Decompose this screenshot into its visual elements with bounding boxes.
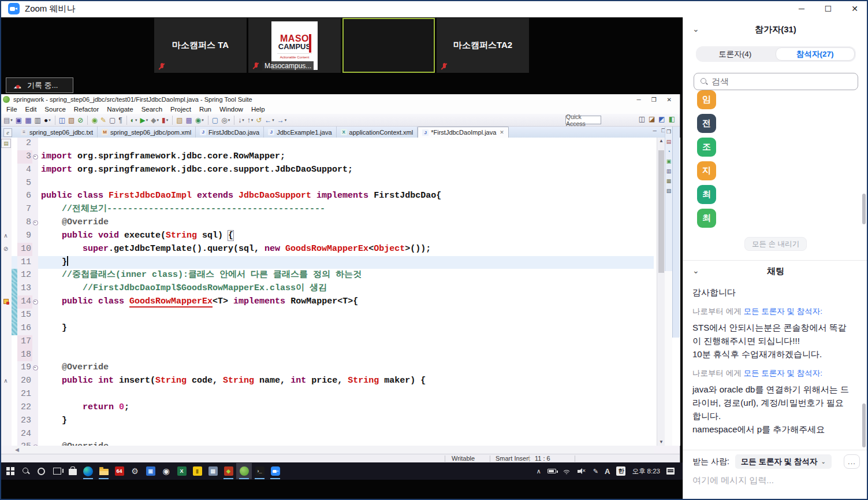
video-tile-3[interactable] [342, 18, 435, 73]
tab-panelists[interactable]: 토론자(4) [696, 46, 774, 62]
fold-marker[interactable] [32, 361, 38, 375]
line-number[interactable]: 13 [17, 282, 32, 295]
scroll-up-icon[interactable]: ▲ [657, 138, 665, 145]
line-number[interactable]: 7 [17, 203, 32, 216]
taskbar-power-bi-icon[interactable]: ▮ [189, 463, 205, 479]
editor-tab-2[interactable]: Mspring_step06_jdbc/pom.xml [98, 127, 196, 138]
gutter-marks[interactable] [0, 203, 12, 216]
editor-tab-6[interactable]: J*FirstJdbcDaoImpl.java✕ [418, 127, 509, 138]
spring-dashboard-icon[interactable]: ◉ [90, 115, 98, 125]
gutter-marks[interactable] [0, 309, 12, 322]
word-wrap-icon[interactable]: ¶ [117, 115, 123, 125]
new-package-icon[interactable]: ▩ [184, 115, 193, 125]
video-tile-4[interactable]: 마소캠퍼스TA2 [437, 18, 529, 73]
taskbar-sql-developer-icon[interactable]: ◆ [221, 463, 236, 479]
taskbar-terminal-icon[interactable]: ›_ [252, 463, 267, 479]
recipient-link[interactable]: 모든 토론자 및 참석자: [744, 369, 823, 377]
tray-chevron-icon[interactable]: ∧ [537, 468, 541, 475]
taskbar-photos-icon[interactable]: ▣ [143, 463, 158, 479]
gutter-marks[interactable] [0, 190, 12, 203]
gutter-marks[interactable] [0, 177, 12, 190]
menu-run[interactable]: Run [195, 106, 215, 113]
participant-avatar-4[interactable]: 지 [697, 161, 716, 180]
editor-tab-1[interactable]: ≡spring_step06_jdbc.txt [17, 127, 98, 138]
line-number[interactable]: 6 [17, 190, 32, 203]
menu-window[interactable]: Window [215, 106, 247, 113]
last-edit-location-icon[interactable]: ↺ [255, 115, 263, 125]
line-number[interactable]: 10 [17, 243, 32, 256]
mark-occurrences-icon[interactable]: ✎ [99, 115, 107, 125]
save-icon[interactable]: ▣ [14, 115, 23, 125]
lower-all-hands-button[interactable]: 모든 손 내리기 [744, 237, 807, 251]
back-icon[interactable]: ←▾ [263, 115, 275, 125]
line-number[interactable]: 12 [17, 269, 32, 282]
gutter-marks[interactable] [0, 269, 12, 282]
properties-view-icon[interactable]: ▧ [666, 188, 672, 194]
taskbar-task-view-icon[interactable] [49, 463, 65, 479]
menu-search[interactable]: Search [137, 106, 166, 113]
menu-source[interactable]: Source [40, 106, 69, 113]
package-explorer-trim-icon[interactable]: ▤ [1, 139, 11, 148]
menu-help[interactable]: Help [247, 106, 269, 113]
gutter-marks[interactable] [0, 322, 12, 335]
restore-view-icon[interactable]: ❐ [666, 129, 671, 135]
scrollbar-thumb[interactable] [658, 150, 664, 273]
participants-search-input[interactable]: 검색 [694, 73, 858, 90]
gutter-marks[interactable] [0, 295, 12, 309]
editor-tab-4[interactable]: JJdbcExample1.java [264, 127, 336, 138]
gutter-marks[interactable]: ⊘ [0, 243, 12, 256]
ime-korean-indicator[interactable]: 한 [616, 466, 625, 476]
line-number[interactable]: 11 [17, 256, 32, 269]
gutter-marks[interactable]: ∧ [0, 375, 12, 388]
menu-refactor[interactable]: Refactor [70, 106, 103, 113]
code-editor[interactable]: 23import org.springframework.jdbc.core.R… [0, 138, 680, 446]
chat-scrollbar-thumb[interactable] [862, 403, 866, 447]
line-number[interactable]: 21 [17, 388, 32, 401]
participant-avatar-2[interactable]: 전 [697, 114, 716, 133]
pen-icon[interactable]: ✎ [593, 468, 598, 475]
servers-view-icon[interactable]: ▥ [666, 168, 672, 174]
line-number[interactable]: 2 [17, 138, 32, 150]
quick-access-box[interactable]: Quick Access [565, 116, 601, 124]
line-number[interactable]: 15 [17, 309, 32, 322]
line-number[interactable]: 20 [17, 375, 32, 388]
editor-horizontal-scrollbar[interactable]: ◀ [13, 446, 654, 454]
sts-minimize-button[interactable]: ─ [637, 97, 641, 103]
line-number[interactable]: 23 [17, 414, 32, 428]
participant-avatar-5[interactable]: 최 [697, 185, 716, 204]
line-number[interactable]: 9 [17, 229, 32, 243]
clock[interactable]: 오후 8:23 [632, 467, 660, 476]
new-wizard-icon[interactable]: ▤▾ [2, 115, 14, 125]
gutter-marks[interactable] [0, 216, 12, 229]
line-number[interactable]: 3 [17, 150, 32, 164]
fold-marker[interactable] [32, 216, 38, 229]
menu-file[interactable]: File [2, 106, 21, 113]
menu-edit[interactable]: Edit [21, 106, 41, 113]
menu-navigate[interactable]: Navigate [103, 106, 137, 113]
line-number[interactable]: 8 [17, 216, 32, 229]
chat-message-input[interactable]: 여기에 메시지 입력... [692, 475, 774, 486]
line-number[interactable]: 24 [17, 428, 32, 441]
editor-list-icon[interactable]: e [3, 128, 12, 137]
gutter-marks[interactable] [0, 349, 12, 362]
line-number[interactable]: 5 [17, 177, 32, 190]
participant-avatar-6[interactable]: 최 [697, 209, 716, 228]
taskbar-sts-ide-icon[interactable] [236, 463, 252, 479]
run-icon[interactable]: ▶▾ [139, 115, 150, 125]
taskbar-powertoys-icon[interactable]: ◉ [158, 463, 174, 479]
taskbar-search-icon[interactable] [18, 463, 33, 479]
taskbar-excel-icon[interactable]: X [174, 463, 189, 479]
line-number[interactable]: 22 [17, 401, 32, 414]
skip-all-breakpoints-icon[interactable]: ⊘ [76, 115, 84, 125]
video-tile-1[interactable]: 마소캠퍼스 TA [154, 18, 247, 73]
fold-marker[interactable] [32, 440, 38, 446]
editor-tab-5[interactable]: XapplicationContext.xml [337, 127, 418, 138]
clipboard-icon[interactable]: ▧ [67, 115, 76, 125]
gutter-marks[interactable] [0, 414, 12, 428]
taskbar-store-icon[interactable] [65, 463, 80, 479]
close-button[interactable]: ✕ [841, 0, 868, 17]
wifi-icon[interactable] [562, 468, 571, 475]
participant-avatar-1[interactable]: 임 [697, 90, 716, 109]
recording-badge[interactable]: ☁ 기록 중... [6, 77, 73, 93]
taskbar-file-explorer-icon[interactable] [96, 463, 111, 479]
